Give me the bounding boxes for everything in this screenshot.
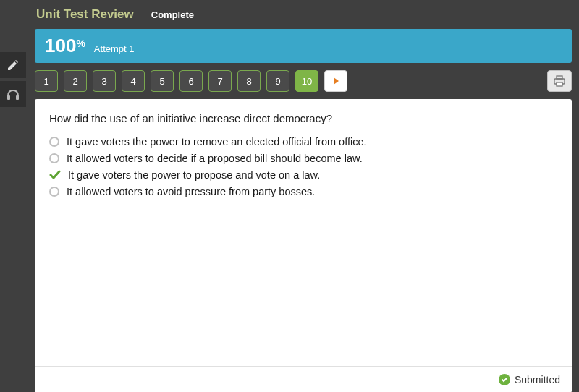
svg-rect-0 xyxy=(7,95,10,100)
option-text: It gave voters the power to remove an el… xyxy=(67,136,367,148)
printer-icon xyxy=(553,75,566,87)
attempt-label: Attempt 1 xyxy=(94,43,135,54)
option-text: It gave voters the power to propose and … xyxy=(68,169,320,181)
question-nav-3[interactable]: 3 xyxy=(93,70,116,92)
svg-rect-4 xyxy=(557,82,562,86)
option-row[interactable]: It allowed voters to avoid pressure from… xyxy=(49,186,557,197)
content-panel: How did the use of an initiative increas… xyxy=(35,99,572,392)
question-nav-2[interactable]: 2 xyxy=(64,70,87,92)
question-nav-8[interactable]: 8 xyxy=(237,70,261,92)
print-button[interactable] xyxy=(547,70,572,92)
header: Unit Test Review Complete xyxy=(0,0,579,29)
footer: Submitted xyxy=(35,366,572,392)
option-row[interactable]: It gave voters the power to propose and … xyxy=(49,169,557,181)
footer-status: Submitted xyxy=(515,374,560,385)
question-nav-4[interactable]: 4 xyxy=(122,70,145,92)
checkmark-icon xyxy=(49,170,61,180)
page-title: Unit Test Review xyxy=(36,7,134,22)
radio-icon xyxy=(49,137,59,147)
question-text: How did the use of an initiative increas… xyxy=(49,112,557,124)
question-nav-6[interactable]: 6 xyxy=(179,70,203,92)
question-nav-9[interactable]: 9 xyxy=(266,70,290,92)
next-button[interactable] xyxy=(324,70,347,92)
score-banner: 100 % Attempt 1 xyxy=(35,29,572,63)
score-percent: % xyxy=(76,38,85,49)
svg-rect-1 xyxy=(16,95,19,100)
question-nav-5[interactable]: 5 xyxy=(151,70,174,92)
question-nav: 12345678910 xyxy=(0,63,579,99)
score-value: 100 xyxy=(45,35,76,57)
question-area: How did the use of an initiative increas… xyxy=(35,99,572,366)
question-nav-7[interactable]: 7 xyxy=(208,70,232,92)
submitted-check-icon xyxy=(499,374,510,385)
sidebar xyxy=(0,52,26,110)
options-list: It gave voters the power to remove an el… xyxy=(49,136,557,197)
arrow-right-icon xyxy=(334,77,339,85)
option-row[interactable]: It gave voters the power to remove an el… xyxy=(49,136,557,148)
pencil-icon xyxy=(7,59,20,72)
radio-icon xyxy=(49,153,59,163)
headphones-icon xyxy=(6,88,20,101)
option-text: It allowed voters to decide if a propose… xyxy=(67,153,363,164)
question-nav-10[interactable]: 10 xyxy=(295,70,318,92)
pencil-tool-button[interactable] xyxy=(0,52,26,78)
option-text: It allowed voters to avoid pressure from… xyxy=(67,186,315,197)
completion-status: Complete xyxy=(151,9,194,20)
radio-icon xyxy=(49,187,59,197)
question-nav-1[interactable]: 1 xyxy=(35,70,58,92)
option-row[interactable]: It allowed voters to decide if a propose… xyxy=(49,153,557,164)
audio-tool-button[interactable] xyxy=(0,81,26,107)
